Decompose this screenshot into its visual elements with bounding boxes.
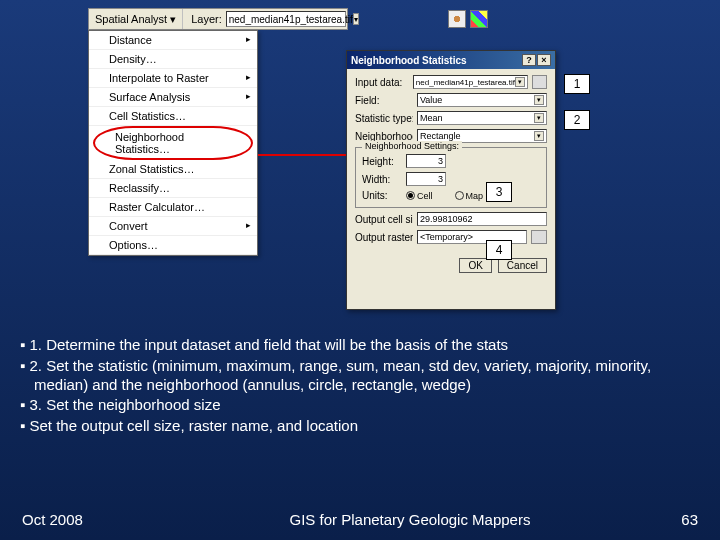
callout-4: 4 xyxy=(486,240,512,260)
neighborhood-statistics-dialog: Neighborhood Statistics ? × Input data: … xyxy=(346,50,556,310)
menu-item-surface-analysis[interactable]: Surface Analysis xyxy=(89,88,257,107)
layer-value: ned_median41p_testarea.tif xyxy=(229,14,353,25)
annotation-arrow xyxy=(258,154,358,156)
dialog-titlebar[interactable]: Neighborhood Statistics ? × xyxy=(347,51,555,69)
spatial-analyst-menu-button[interactable]: Spatial Analyst ▾ xyxy=(89,9,183,29)
callout-2: 2 xyxy=(564,110,590,130)
bullet-item: 2. Set the statistic (minimum, maximum, … xyxy=(20,357,700,395)
field-label: Field: xyxy=(355,95,413,106)
callout-3: 3 xyxy=(486,182,512,202)
browse-folder-icon[interactable] xyxy=(531,230,547,244)
bullet-item: 3. Set the neighborhood size xyxy=(20,396,700,415)
output-raster-label: Output raster: xyxy=(355,232,413,243)
callout-1: 1 xyxy=(564,74,590,94)
slide-footer: Oct 2008 GIS for Planetary Geologic Mapp… xyxy=(0,511,720,528)
menu-item-options[interactable]: Options… xyxy=(89,236,257,255)
help-button[interactable]: ? xyxy=(522,54,536,66)
spatial-analyst-label: Spatial Analyst xyxy=(95,13,167,25)
height-input[interactable]: 3 xyxy=(406,154,446,168)
histogram-tool-icon[interactable] xyxy=(470,10,488,28)
dialog-title: Neighborhood Statistics xyxy=(351,55,467,66)
neighborhood-label: Neighborhood: xyxy=(355,131,413,142)
spatial-analyst-dropdown-menu: Distance Density… Interpolate to Raster … xyxy=(88,30,258,256)
statistic-type-label: Statistic type: xyxy=(355,113,413,124)
ok-button[interactable]: OK xyxy=(459,258,491,273)
units-label: Units: xyxy=(362,190,402,201)
cancel-button[interactable]: Cancel xyxy=(498,258,547,273)
output-cellsize-label: Output cell size: xyxy=(355,214,413,225)
screenshot-composite: Spatial Analyst ▾ Layer: ned_median41p_t… xyxy=(88,8,560,308)
input-data-dropdown[interactable]: ned_median41p_testarea.tif ▾ xyxy=(413,75,528,89)
units-map-radio[interactable]: Map xyxy=(455,191,484,201)
chevron-down-icon: ▾ xyxy=(353,13,359,25)
bullet-item: 1. Determine the input dataset and field… xyxy=(20,336,700,355)
footer-date: Oct 2008 xyxy=(22,511,182,528)
chevron-down-icon: ▾ xyxy=(534,113,544,123)
menu-item-reclassify[interactable]: Reclassify… xyxy=(89,179,257,198)
browse-folder-icon[interactable] xyxy=(532,75,547,89)
menu-item-neighborhood-statistics[interactable]: Neighborhood Statistics… xyxy=(93,126,253,160)
menu-item-interpolate[interactable]: Interpolate to Raster xyxy=(89,69,257,88)
bullet-item: Set the output cell size, raster name, a… xyxy=(20,417,700,436)
spatial-analyst-toolbar: Spatial Analyst ▾ Layer: ned_median41p_t… xyxy=(88,8,348,30)
neighborhood-settings-group: Neighborhood Settings: Height: 3 Width: … xyxy=(355,147,547,208)
toolbar-icons xyxy=(448,10,488,28)
group-title: Neighborhood Settings: xyxy=(362,141,462,151)
width-input[interactable]: 3 xyxy=(406,172,446,186)
width-label: Width: xyxy=(362,174,402,185)
chevron-down-icon: ▾ xyxy=(170,13,176,26)
menu-item-cell-statistics[interactable]: Cell Statistics… xyxy=(89,107,257,126)
menu-item-distance[interactable]: Distance xyxy=(89,31,257,50)
layer-label: Layer: xyxy=(183,13,226,25)
contour-tool-icon[interactable] xyxy=(448,10,466,28)
output-cellsize-input[interactable]: 29.99810962 xyxy=(417,212,547,226)
input-data-label: Input data: xyxy=(355,77,409,88)
page-number: 63 xyxy=(638,511,698,528)
chevron-down-icon: ▾ xyxy=(515,77,525,87)
statistic-type-dropdown[interactable]: Mean ▾ xyxy=(417,111,547,125)
menu-item-raster-calculator[interactable]: Raster Calculator… xyxy=(89,198,257,217)
chevron-down-icon: ▾ xyxy=(534,131,544,141)
chevron-down-icon: ▾ xyxy=(534,95,544,105)
menu-item-density[interactable]: Density… xyxy=(89,50,257,69)
bullet-list: 1. Determine the input dataset and field… xyxy=(20,336,700,438)
footer-title: GIS for Planetary Geologic Mappers xyxy=(182,511,638,528)
height-label: Height: xyxy=(362,156,402,167)
menu-item-zonal-statistics[interactable]: Zonal Statistics… xyxy=(89,160,257,179)
units-cell-radio[interactable]: Cell xyxy=(406,191,433,201)
menu-item-convert[interactable]: Convert xyxy=(89,217,257,236)
field-dropdown[interactable]: Value ▾ xyxy=(417,93,547,107)
close-button[interactable]: × xyxy=(537,54,551,66)
layer-dropdown[interactable]: ned_median41p_testarea.tif ▾ xyxy=(226,11,346,27)
